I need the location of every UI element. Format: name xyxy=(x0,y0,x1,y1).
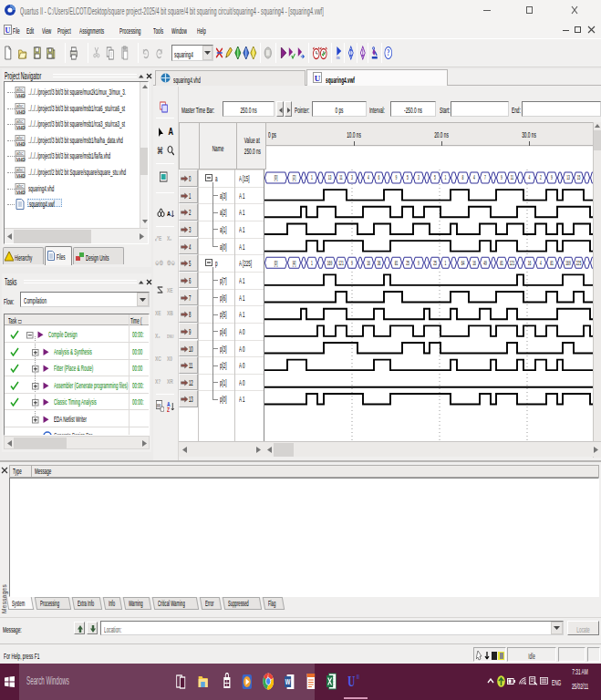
svg-text:U: U xyxy=(5,26,11,35)
svg-text:49: 49 xyxy=(483,259,487,266)
svg-text:A: A xyxy=(167,210,171,217)
svg-text:DNU: DNU xyxy=(167,334,174,339)
svg-text:A: A xyxy=(168,126,173,137)
svg-text:81: 81 xyxy=(395,259,399,266)
svg-text:169: 169 xyxy=(565,259,571,266)
svg-text:X0: X0 xyxy=(167,355,173,362)
svg-text:abc: abc xyxy=(16,168,24,172)
svg-text:4: 4 xyxy=(368,174,369,181)
svg-text:9: 9 xyxy=(396,174,398,181)
svg-text:VHD: VHD xyxy=(16,110,26,115)
svg-text:II: II xyxy=(357,673,359,680)
svg-text:?: ? xyxy=(387,48,389,58)
svg-text:11: 11 xyxy=(511,174,513,181)
svg-text:9: 9 xyxy=(418,259,420,266)
svg-text:⌘: ⌘ xyxy=(157,146,163,157)
svg-text:2: 2 xyxy=(540,174,542,181)
svg-text:3: 3 xyxy=(351,174,353,181)
svg-text:Xₓ: Xₓ xyxy=(167,235,172,242)
svg-text:ns: ns xyxy=(337,55,340,60)
svg-text:4: 4 xyxy=(473,174,475,181)
svg-text:XE: XE xyxy=(167,287,173,293)
svg-text:25: 25 xyxy=(433,259,437,266)
svg-text:4: 4 xyxy=(529,174,531,181)
svg-text:X?: X? xyxy=(155,378,161,385)
svg-text:16: 16 xyxy=(528,259,532,266)
svg-text:⎉⎊: ⎉⎊ xyxy=(155,259,163,266)
svg-text:16: 16 xyxy=(367,259,370,266)
svg-text:abc: abc xyxy=(16,184,24,189)
svg-text:88: 88 xyxy=(157,402,161,408)
svg-text:11: 11 xyxy=(339,174,342,181)
svg-text:U: U xyxy=(315,74,321,83)
svg-text:3: 3 xyxy=(418,174,420,181)
svg-text:⤢E: ⤢E xyxy=(155,235,161,242)
svg-text:15: 15 xyxy=(577,174,581,181)
svg-text:1: 1 xyxy=(311,174,313,181)
svg-text:abc: abc xyxy=(16,151,24,156)
svg-text:XB: XB xyxy=(167,310,173,316)
svg-text:W: W xyxy=(285,677,291,687)
svg-text:9: 9 xyxy=(501,174,503,181)
svg-text:36: 36 xyxy=(378,259,381,266)
svg-text:XR: XR xyxy=(167,378,173,385)
svg-text:9: 9 xyxy=(551,174,553,181)
svg-text:64: 64 xyxy=(461,259,465,266)
svg-text:VHD: VHD xyxy=(16,174,26,179)
svg-text:XC: XC xyxy=(155,355,161,362)
svg-text:5: 5 xyxy=(407,174,409,181)
svg-text:81: 81 xyxy=(500,259,503,266)
svg-text:81: 81 xyxy=(550,259,554,266)
svg-text:121: 121 xyxy=(338,259,344,266)
svg-text:VHD: VHD xyxy=(16,158,26,162)
svg-text:7: 7 xyxy=(484,174,486,181)
svg-text:XE: XE xyxy=(155,310,161,316)
svg-text:16: 16 xyxy=(472,259,476,266)
svg-text:VHD: VHD xyxy=(16,142,26,147)
svg-text:13: 13 xyxy=(328,174,332,181)
svg-text:121: 121 xyxy=(510,259,515,266)
svg-text:[2]: [2] xyxy=(293,174,296,181)
svg-text:[4]: [4] xyxy=(293,259,296,266)
svg-text:VHD: VHD xyxy=(16,190,26,195)
svg-text:1: 1 xyxy=(311,259,313,266)
svg-text:169: 169 xyxy=(327,259,333,266)
svg-text:U: U xyxy=(347,674,355,689)
svg-text:1: 1 xyxy=(445,174,447,181)
svg-text:⎊⎉: ⎊⎉ xyxy=(167,259,175,266)
svg-text:225: 225 xyxy=(576,259,582,266)
svg-text:5: 5 xyxy=(434,174,436,181)
svg-text:abc: abc xyxy=(16,136,24,140)
svg-text:VHD: VHD xyxy=(16,94,26,98)
svg-text:6: 6 xyxy=(378,174,380,181)
svg-text:4: 4 xyxy=(540,259,542,266)
svg-text:8: 8 xyxy=(462,174,464,181)
svg-text:[0]: [0] xyxy=(275,259,278,266)
svg-text:9: 9 xyxy=(351,259,353,266)
svg-text:abc: abc xyxy=(16,119,24,124)
svg-text:X₃: X₃ xyxy=(155,333,161,339)
svg-text:Z: Z xyxy=(167,407,170,412)
svg-text:VHD: VHD xyxy=(16,126,26,130)
svg-text:13: 13 xyxy=(566,174,570,181)
svg-text:1: 1 xyxy=(445,259,447,266)
svg-text:abc: abc xyxy=(16,88,24,92)
svg-text:[0]: [0] xyxy=(275,174,278,181)
svg-text:25: 25 xyxy=(406,259,409,266)
svg-text:abc: abc xyxy=(16,104,24,108)
